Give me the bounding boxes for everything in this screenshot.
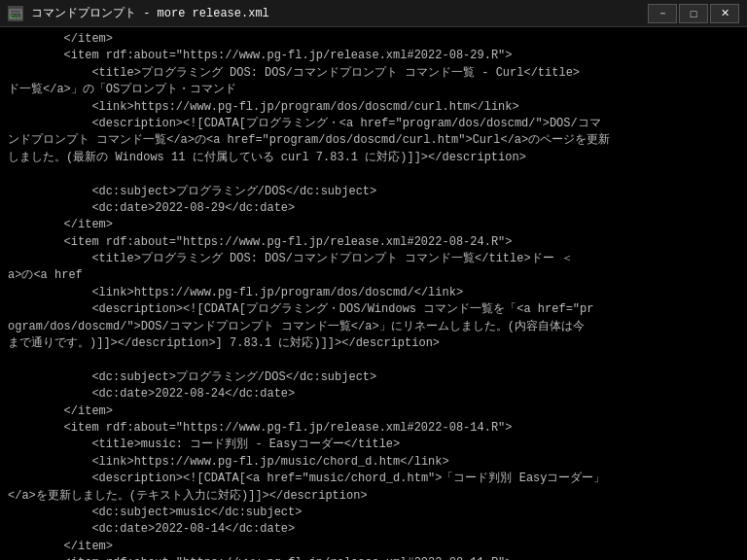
terminal-line: a>の<a href xyxy=(8,267,739,284)
terminal-line: </item> xyxy=(8,217,739,233)
terminal-line: <dc:date>2022-08-29</dc:date> xyxy=(8,200,739,217)
terminal-line: しました。(最新の Windows 11 に付属している curl 7.83.1… xyxy=(8,150,739,166)
maximize-button[interactable]: □ xyxy=(679,4,708,23)
terminal-line: <link>https://www.pg-fl.jp/program/dos/d… xyxy=(8,285,739,301)
terminal-line: <item rdf:about="https://www.pg-fl.jp/re… xyxy=(8,234,739,251)
app-icon: C:\ xyxy=(8,6,23,21)
terminal-line: </item> xyxy=(8,31,739,48)
terminal-line: <item rdf:about="https://www.pg-fl.jp/re… xyxy=(8,420,739,437)
terminal-line: <description><![CDATA[プログラミング・<a href="p… xyxy=(8,116,739,132)
terminal-line: <dc:date>2022-08-14</dc:date> xyxy=(8,521,739,538)
terminal-line: <item rdf:about="https://www.pg-fl.jp/re… xyxy=(8,555,739,560)
terminal-line: <dc:subject>プログラミング/DOS</dc:subject> xyxy=(8,369,739,386)
title-bar: C:\ コマンドプロンプト - more release.xml － □ ✕ xyxy=(0,0,747,27)
terminal-line xyxy=(8,352,739,368)
window-controls: － □ ✕ xyxy=(648,4,739,23)
terminal-line xyxy=(8,166,739,183)
terminal-line: <title>プログラミング DOS: DOS/コマンドプロンプト コマンド一覧… xyxy=(8,251,739,267)
terminal-line: まで通りです。)]]></description>] 7.83.1 に対応)]]… xyxy=(8,335,739,352)
terminal-line: </item> xyxy=(8,403,739,420)
terminal-line: ド一覧</a>」の「OSプロンプト・コマンド xyxy=(8,82,739,98)
terminal-line: <description><![CDATA[プログラミング・DOS/Window… xyxy=(8,301,739,318)
window-title: コマンドプロンプト - more release.xml xyxy=(31,5,269,21)
window: C:\ コマンドプロンプト - more release.xml － □ ✕ <… xyxy=(0,0,747,560)
terminal-line: <title>music: コード判別 - Easyコーダー</title> xyxy=(8,437,739,453)
minimize-button[interactable]: － xyxy=(648,4,677,23)
terminal-line: <title>プログラミング DOS: DOS/コマンドプロンプト コマンド一覧… xyxy=(8,65,739,82)
terminal-line: <item rdf:about="https://www.pg-fl.jp/re… xyxy=(8,48,739,64)
terminal-line: </a>を更新しました。(テキスト入力に対応)]]></description> xyxy=(8,488,739,505)
terminal-line: <dc:date>2022-08-24</dc:date> xyxy=(8,386,739,402)
terminal-line: <link>https://www.pg-fl.jp/music/chord_d… xyxy=(8,454,739,471)
terminal-line: ogram/dos/doscmd/">DOS/コマンドプロンプト コマンド一覧<… xyxy=(8,319,739,335)
terminal-line: <dc:subject>music</dc:subject> xyxy=(8,505,739,521)
svg-text:C:\: C:\ xyxy=(11,15,19,20)
terminal-line: ンドプロンプト コマンド一覧</a>の<a href="program/dos/… xyxy=(8,132,739,149)
terminal-line: <link>https://www.pg-fl.jp/program/dos/d… xyxy=(8,99,739,116)
close-button[interactable]: ✕ xyxy=(710,4,739,23)
terminal-line: <dc:subject>プログラミング/DOS</dc:subject> xyxy=(8,184,739,200)
terminal-output: </item> <item rdf:about="https://www.pg-… xyxy=(0,27,747,560)
title-bar-left: C:\ コマンドプロンプト - more release.xml xyxy=(8,5,269,21)
terminal-line: </item> xyxy=(8,539,739,555)
terminal-line: <description><![CDATA[<a href="music/cho… xyxy=(8,471,739,487)
